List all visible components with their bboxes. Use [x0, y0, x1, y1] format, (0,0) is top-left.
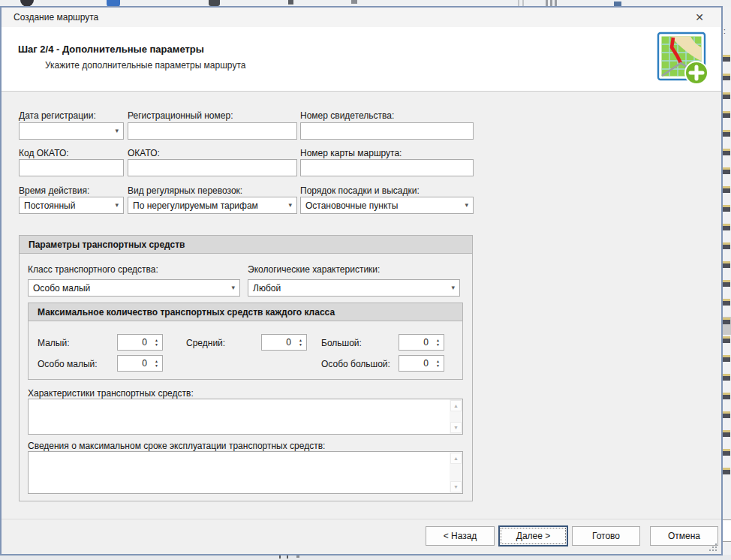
reg-number-label: Регистрационный номер:: [128, 110, 233, 121]
reg-number-input[interactable]: [128, 122, 297, 140]
medium-count-value: 0: [262, 335, 295, 350]
service-life-label: Сведения о максимальном сроке эксплуатац…: [28, 441, 325, 451]
reg-date-label: Дата регистрации:: [19, 110, 96, 121]
extra-small-count-spinner[interactable]: 0 ▲▼: [117, 355, 163, 372]
max-counts-title: Максимальное количество транспортных сре…: [38, 307, 335, 318]
extra-small-count-label: Особо малый:: [38, 359, 98, 369]
scroll-up-icon[interactable]: ▲: [450, 453, 462, 464]
cert-number-label: Номер свидетельства:: [300, 110, 394, 121]
cancel-button[interactable]: Отмена: [650, 526, 718, 546]
reg-date-combobox[interactable]: ▾: [19, 122, 124, 140]
validity-value: Постоянный: [24, 200, 75, 211]
statusbar-fragment: [287, 555, 288, 558]
resize-grip[interactable]: [709, 543, 718, 552]
chevron-down-icon: ▾: [288, 202, 292, 209]
next-button[interactable]: Далее >: [498, 525, 568, 546]
boarding-combobox[interactable]: Остановочные пункты ▾: [300, 197, 474, 214]
add-badge-icon: [685, 62, 708, 84]
toolbar-separator: [518, 0, 519, 6]
extra-small-count-value: 0: [118, 356, 151, 371]
ecology-value: Любой: [253, 283, 281, 294]
medium-count-label: Средний:: [186, 338, 225, 348]
medium-count-spinner[interactable]: 0 ▲▼: [261, 334, 307, 351]
toolbar-icon-fragment: [546, 0, 548, 6]
large-count-label: Большой:: [321, 338, 362, 348]
footer-divider: [2, 519, 721, 519]
toolbar-icon-fragment: [107, 0, 120, 7]
background-statusbar: [0, 555, 731, 560]
background-input-fragment: [722, 519, 731, 542]
okato-code-input[interactable]: [19, 159, 124, 176]
spinner-down-icon[interactable]: ▼: [436, 363, 440, 368]
okato-label: ОКАТО:: [128, 148, 160, 158]
service-kind-value: По нерегулируемым тарифам: [133, 200, 258, 211]
spinner-down-icon[interactable]: ▼: [155, 342, 158, 347]
spinner-down-icon[interactable]: ▼: [155, 363, 158, 368]
characteristics-textarea[interactable]: ▲ ▼: [28, 399, 463, 435]
dialog-titlebar[interactable]: Создание маршрута ✕: [2, 8, 721, 27]
toolbar-icon-fragment: [20, 0, 34, 7]
route-card-input[interactable]: [300, 159, 474, 176]
dialog-title: Создание маршрута: [14, 12, 98, 23]
cert-number-input[interactable]: [300, 122, 474, 140]
large-count-value: 0: [399, 335, 432, 350]
service-kind-combobox[interactable]: По нерегулируемым тарифам ▾: [128, 197, 297, 214]
screen: : Создание маршрута ✕ Шаг 2/4 - Дополнит…: [0, 0, 731, 560]
chevron-down-icon: ▾: [231, 285, 235, 291]
route-creation-dialog: Создание маршрута ✕ Шаг 2/4 - Дополнител…: [2, 8, 721, 554]
statusbar-fragment: [296, 555, 299, 558]
spinner-down-icon[interactable]: ▼: [436, 342, 440, 347]
okato-code-label: Код ОКАТО:: [19, 148, 69, 158]
close-icon[interactable]: ✕: [691, 10, 708, 25]
background-text-fragment: :: [723, 27, 726, 35]
extra-large-count-spinner[interactable]: 0 ▲▼: [399, 355, 444, 372]
scroll-up-icon[interactable]: ▲: [450, 400, 462, 411]
max-counts-group-header: Максимальное количество транспортных сре…: [28, 303, 463, 321]
background-route-list-icons: [723, 45, 730, 480]
validity-combobox[interactable]: Постоянный ▾: [19, 197, 124, 214]
spinner-down-icon[interactable]: ▼: [299, 342, 302, 347]
finish-button[interactable]: Готово: [572, 526, 640, 546]
chevron-down-icon: ▾: [115, 202, 119, 209]
max-counts-group: [28, 321, 463, 380]
ecology-combobox[interactable]: Любой ▾: [248, 279, 460, 297]
vehicle-params-group-header: Параметры транспортных средств: [19, 235, 473, 254]
wizard-step-subtitle: Укажите дополнительные параметры маршрут…: [45, 60, 245, 71]
toolbar-icon-fragment: [614, 2, 621, 6]
statusbar-fragment: [279, 555, 281, 558]
ecology-label: Экологические характеристики:: [248, 264, 380, 275]
background-side-panel: :: [722, 8, 731, 555]
scroll-down-icon[interactable]: ▼: [450, 481, 462, 492]
extra-large-count-value: 0: [399, 356, 432, 371]
okato-input[interactable]: [128, 159, 297, 176]
boarding-value: Остановочные пункты: [305, 200, 398, 211]
small-count-spinner[interactable]: 0 ▲▼: [117, 334, 163, 351]
route-card-label: Номер карты маршрута:: [300, 148, 402, 158]
chevron-down-icon: ▾: [115, 128, 119, 134]
large-count-spinner[interactable]: 0 ▲▼: [399, 334, 444, 351]
service-kind-label: Вид регулярных перевозок:: [128, 185, 242, 196]
scroll-down-icon[interactable]: ▼: [450, 422, 462, 433]
service-life-textarea[interactable]: ▲ ▼: [28, 451, 463, 494]
validity-label: Время действия:: [19, 185, 89, 196]
chevron-down-icon: ▾: [451, 285, 455, 291]
toolbar-icon-fragment: [351, 0, 357, 4]
scrollbar[interactable]: ▲ ▼: [450, 399, 462, 434]
route-map-icon: [657, 32, 711, 87]
extra-large-count-label: Особо большой:: [321, 359, 390, 369]
wizard-step-title: Шаг 2/4 - Дополнительные параметры: [18, 44, 204, 55]
toolbar-separator: [522, 0, 524, 6]
chevron-down-icon: ▾: [465, 202, 468, 209]
boarding-label: Порядок посадки и высадки:: [300, 185, 420, 196]
scrollbar[interactable]: ▲ ▼: [450, 452, 462, 493]
wizard-header: Шаг 2/4 - Дополнительные параметры Укажи…: [2, 27, 721, 92]
vehicle-params-title: Параметры транспортных средств: [29, 239, 185, 250]
back-button[interactable]: < Назад: [426, 526, 495, 546]
small-count-label: Малый:: [38, 338, 69, 348]
toolbar-icon-fragment: [555, 0, 557, 6]
toolbar-icon-fragment: [209, 0, 220, 6]
characteristics-label: Характеристики транспортных средств:: [28, 388, 194, 399]
small-count-value: 0: [118, 335, 151, 350]
vehicle-class-combobox[interactable]: Особо малый ▾: [28, 279, 240, 297]
vehicle-class-label: Класс транспортного средства:: [28, 264, 158, 275]
